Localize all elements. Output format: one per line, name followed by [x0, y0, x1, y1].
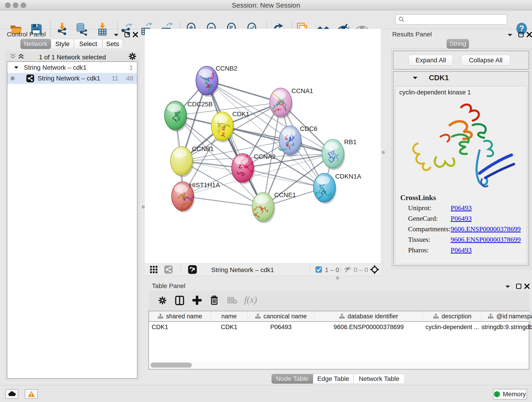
table-panel-collapse-icon[interactable]: [505, 285, 511, 289]
show-columns-icon[interactable]: [175, 296, 184, 305]
node-label-CDKN1A: CDKN1A: [335, 173, 361, 180]
node-table[interactable]: shared namenamecanonical namedatabase id…: [148, 311, 529, 370]
results-panel-float-icon[interactable]: [518, 32, 524, 38]
title-bar: Session: New Session: [0, 0, 532, 10]
delete-table-icon[interactable]: [227, 297, 237, 304]
add-column-plus-icon[interactable]: [192, 296, 202, 305]
network-column-icon: [339, 313, 345, 319]
network-collection-row[interactable]: String Network – cdk1 1: [7, 62, 137, 73]
table-cell[interactable]: CDK1: [211, 322, 247, 332]
tab-sets[interactable]: Sets: [102, 39, 123, 49]
delete-column-trash-icon[interactable]: [210, 295, 219, 305]
expand-all-button[interactable]: Expand All: [409, 55, 453, 66]
current-network-dot-icon: [11, 76, 15, 80]
crosslink-genecard-link[interactable]: P06493: [451, 215, 472, 225]
crosslink-compartments-link[interactable]: 9606.ENSP00000378699: [451, 225, 521, 235]
node-label-CDC6: CDC6: [300, 125, 317, 132]
column-header-canonical-name[interactable]: canonical name: [247, 311, 314, 322]
collection-expand-icon[interactable]: [14, 66, 19, 70]
table-cell[interactable]: cyclin-dependent ...: [423, 322, 481, 332]
table-panel-float-icon[interactable]: [516, 283, 522, 289]
crosslink-label: Pharos:: [408, 246, 451, 256]
crosslink-row: Pharos: P06493: [408, 246, 472, 256]
table-cell[interactable]: P06493: [247, 322, 314, 332]
node-label-CCNA2: CCNA2: [254, 153, 276, 160]
tab-edge-table[interactable]: Edge Table: [313, 374, 354, 384]
column-header-description[interactable]: description: [423, 311, 481, 322]
function-builder-icon[interactable]: f(x): [244, 294, 257, 305]
current-network-title: String Network – cdk1: [211, 266, 274, 274]
main-toolbar: ?: [0, 10, 532, 29]
control-panel-float-icon[interactable]: [124, 32, 130, 38]
bottom-bar-separator: [310, 265, 310, 274]
search-input[interactable]: [405, 16, 497, 23]
birds-eye-view-icon[interactable]: [188, 265, 197, 274]
results-panel-collapse-icon[interactable]: [507, 33, 513, 37]
table-horizontal-scrollbar[interactable]: [149, 362, 528, 369]
network-column-icon: [433, 313, 439, 319]
search-box: [395, 14, 507, 25]
node-label-HIST1H1A: HIST1H1A: [189, 182, 220, 189]
warnings-button[interactable]: [25, 389, 38, 399]
table-cell[interactable]: CDK1: [149, 322, 211, 332]
window-title: Session: New Session: [0, 1, 532, 9]
control-panel-collapse-icon[interactable]: [113, 33, 119, 37]
left-splitter-handle[interactable]: [142, 205, 145, 209]
horizontal-splitter-handle[interactable]: [336, 276, 339, 280]
table-cell[interactable]: stringdb:9...: [481, 322, 514, 332]
control-panel-title: Control Panel: [7, 31, 46, 38]
network-canvas[interactable]: CCNB2CCNA1CDC25BCDK1CDC6RB1CCNB1CCNA2CDK…: [145, 29, 381, 263]
network-edge-count: 48: [126, 75, 133, 82]
results-buttons-box: Expand All Collapse All: [393, 51, 529, 70]
search-icon: [399, 16, 405, 23]
table-cell[interactable]: stringdb: [514, 322, 530, 332]
crosslink-uniprot-link[interactable]: P06493: [451, 204, 472, 214]
hidden-eye-slash-icon[interactable]: [344, 266, 351, 273]
column-header-shared-name[interactable]: shared name: [149, 311, 211, 322]
gene-name-heading: CDK1: [429, 74, 449, 82]
selected-checkbox-icon[interactable]: [315, 266, 322, 273]
control-panel-close-icon[interactable]: [133, 32, 138, 38]
column-header-database-identifier[interactable]: database identifier: [314, 311, 423, 322]
results-panel-title: Results Panel: [392, 31, 432, 38]
string-results-container: Expand All Collapse All CDK1 cyclin-depe…: [391, 49, 531, 269]
tab-style[interactable]: Style: [51, 39, 74, 49]
table-toolbar: f(x): [148, 291, 529, 310]
tab-node-table[interactable]: Node Table: [272, 374, 313, 384]
network-row-selected[interactable]: String Network – cdk1 11 48: [7, 73, 137, 84]
status-bar: Memory: [0, 385, 532, 402]
network-list: String Network – cdk1 1 String Network –…: [7, 61, 138, 379]
table-panel-close-icon[interactable]: [524, 283, 530, 289]
network-column-icon: [488, 313, 494, 319]
column-header-label: canonical name: [264, 313, 307, 320]
crosslink-label: GeneCard:: [408, 215, 451, 225]
cloud-status-button[interactable]: [5, 389, 18, 399]
string-style-icon[interactable]: [164, 265, 173, 274]
entry-collapse-icon[interactable]: [412, 76, 418, 80]
scrollbar-thumb[interactable]: [151, 363, 192, 368]
tab-network-table[interactable]: Network Table: [354, 374, 405, 384]
column-header-name[interactable]: name: [211, 311, 247, 322]
column-header-namespac[interactable]: namespac: [514, 311, 530, 322]
string-network-icon: [26, 74, 34, 83]
string-network-graph[interactable]: CCNB2CCNA1CDC25BCDK1CDC6RB1CCNB1CCNA2CDK…: [145, 29, 381, 263]
grid-view-icon[interactable]: [150, 266, 158, 274]
network-selection-summary: 1 of 1 Network selected: [5, 54, 140, 61]
memory-button[interactable]: Memory: [493, 389, 527, 400]
tab-string[interactable]: String: [447, 39, 469, 49]
network-options-gear-icon[interactable]: [128, 52, 137, 61]
crosslink-pharos-link[interactable]: P06493: [451, 246, 472, 256]
collapse-all-button[interactable]: Collapse All: [461, 55, 510, 66]
node-label-CDC25B: CDC25B: [187, 101, 213, 108]
table-options-gear-icon[interactable]: [158, 296, 167, 305]
hidden-node-edge-counts: 0 – 0: [354, 266, 368, 274]
crosslink-label: Uniprot:: [408, 204, 451, 214]
table-cell[interactable]: 9606.ENSP00000378699: [314, 322, 423, 332]
crosslink-tissues-link[interactable]: 9606.ENSP00000378699: [451, 236, 521, 246]
tab-network[interactable]: Network: [20, 39, 51, 49]
tab-select[interactable]: Select: [74, 39, 102, 49]
results-panel-close-icon[interactable]: [526, 32, 532, 38]
column-header-label: namespac: [509, 313, 532, 320]
fit-selected-crosshair-icon[interactable]: [370, 265, 380, 274]
network-row-label: String Network – cdk1: [38, 75, 100, 82]
